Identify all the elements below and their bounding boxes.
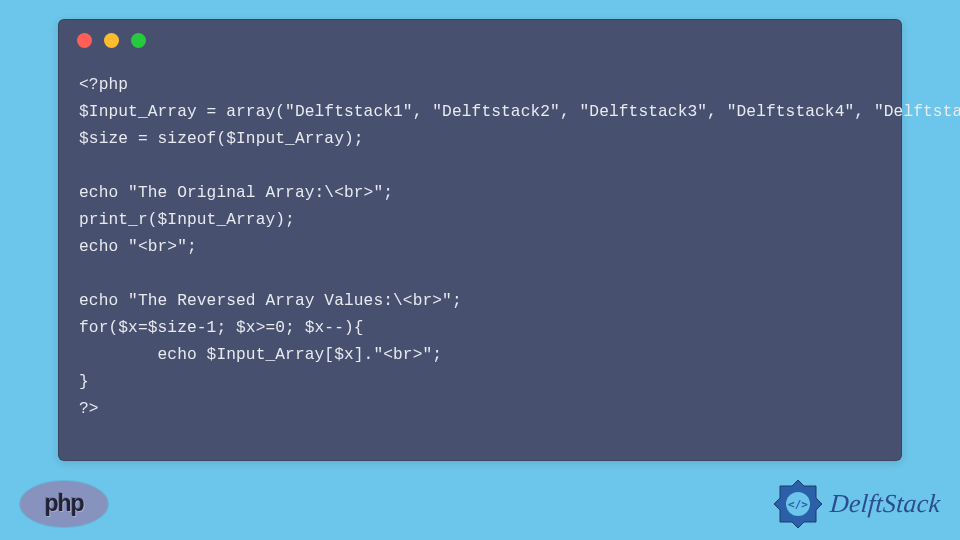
php-logo-text: php — [44, 490, 83, 517]
minimize-icon — [104, 33, 119, 48]
close-icon — [77, 33, 92, 48]
brand-logo-icon: </> — [772, 478, 824, 530]
window-titlebar — [59, 20, 901, 60]
php-logo-ellipse: php — [20, 481, 108, 527]
brand-name: DelftStack — [829, 489, 941, 519]
code-block: <?php $Input_Array = array("Delftstack1"… — [59, 60, 901, 423]
code-window: <?php $Input_Array = array("Delftstack1"… — [58, 19, 902, 461]
php-logo: php — [20, 481, 108, 527]
svg-text:</>: </> — [788, 498, 808, 511]
zoom-icon — [131, 33, 146, 48]
brand: </> DelftStack — [772, 478, 940, 530]
footer: php </> DelftStack — [0, 473, 960, 540]
